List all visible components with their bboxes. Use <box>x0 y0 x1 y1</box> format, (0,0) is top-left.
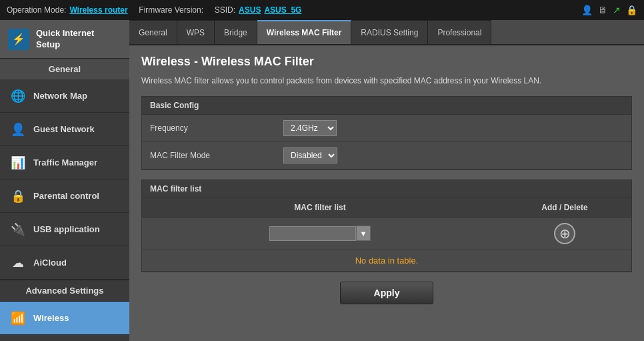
sidebar-item-network-map[interactable]: 🌐 Network Map <box>0 79 129 113</box>
guest-network-icon: 👤 <box>9 121 27 138</box>
tab-professional[interactable]: Professional <box>428 20 491 44</box>
network-map-icon: 🌐 <box>9 87 27 105</box>
mac-filter-list-col-header: MAC filter list <box>142 198 498 218</box>
add-delete-col-header: Add / Delete <box>498 198 631 218</box>
sidebar: ⚡ Quick InternetSetup General 🌐 Network … <box>0 20 129 341</box>
top-bar-left: Operation Mode: Wireless router Firmware… <box>7 5 301 15</box>
sidebar-label-traffic-manager: Traffic Manager <box>33 157 97 167</box>
usb-application-icon: 🔌 <box>9 221 27 238</box>
layout: ⚡ Quick InternetSetup General 🌐 Network … <box>0 20 644 341</box>
quick-internet-setup[interactable]: ⚡ Quick InternetSetup <box>0 20 129 59</box>
mac-filter-mode-row: MAC Filter Mode Disabled Accept Reject <box>142 141 631 169</box>
mac-filter-mode-label: MAC Filter Mode <box>142 141 275 169</box>
frequency-label: Frequency <box>142 115 275 142</box>
frequency-select[interactable]: 2.4GHz 5GHz <box>283 120 337 136</box>
ssid-label: SSID: <box>215 5 235 15</box>
tab-general[interactable]: General <box>129 20 177 44</box>
main-content: General WPS Bridge Wireless MAC Filter R… <box>129 20 644 341</box>
firmware-label: Firmware Version: <box>139 5 203 15</box>
sidebar-label-wireless: Wireless <box>33 313 69 323</box>
sidebar-item-aicloud[interactable]: ☁ AiCloud <box>0 246 129 280</box>
parental-control-icon: 🔒 <box>9 188 27 205</box>
traffic-manager-icon: 📊 <box>9 154 27 172</box>
tab-bar: General WPS Bridge Wireless MAC Filter R… <box>129 20 644 45</box>
sidebar-item-traffic-manager[interactable]: 📊 Traffic Manager <box>0 146 129 180</box>
basic-config-section: Basic Config Frequency 2.4GHz 5GHz MAC F… <box>141 96 632 170</box>
sidebar-item-parental-control[interactable]: 🔒 Parental control <box>0 180 129 213</box>
mac-filter-table-header-row: MAC filter list Add / Delete <box>142 198 631 218</box>
operation-mode-value[interactable]: Wireless router <box>69 5 127 15</box>
mac-filter-input-row: ▼ ⊕ <box>142 217 631 250</box>
mac-filter-table: MAC filter list Add / Delete ▼ <box>142 198 631 272</box>
frequency-row: Frequency 2.4GHz 5GHz <box>142 115 631 142</box>
mac-dropdown-button[interactable]: ▼ <box>356 226 371 241</box>
mac-filter-mode-select[interactable]: Disabled Accept Reject <box>283 147 337 163</box>
mac-address-input[interactable] <box>269 226 356 241</box>
sidebar-label-usb-application: USB application <box>33 224 100 234</box>
share-icon[interactable]: ↗ <box>613 5 621 15</box>
no-data-message: No data in table. <box>142 250 631 271</box>
sidebar-item-guest-network[interactable]: 👤 Guest Network <box>0 113 129 146</box>
page-description: Wireless MAC filter allows you to contro… <box>141 75 632 87</box>
advanced-settings-label: Advanced Settings <box>0 280 129 302</box>
user-icon[interactable]: 👤 <box>581 5 593 15</box>
mac-filter-list-header: MAC filter list <box>142 180 631 198</box>
tab-wireless-mac-filter[interactable]: Wireless MAC Filter <box>257 20 352 44</box>
sidebar-label-guest-network: Guest Network <box>33 124 95 134</box>
page-title: Wireless - Wireless MAC Filter <box>141 55 632 69</box>
logout-icon[interactable]: 🔒 <box>626 5 637 15</box>
tab-bridge[interactable]: Bridge <box>215 20 257 44</box>
basic-config-table: Frequency 2.4GHz 5GHz MAC Filter Mode <box>142 115 631 169</box>
operation-mode-label: Operation Mode: <box>7 5 66 15</box>
basic-config-header: Basic Config <box>142 97 631 115</box>
sidebar-label-aicloud: AiCloud <box>33 258 67 268</box>
monitor-icon[interactable]: 🖥 <box>598 5 607 15</box>
tab-radius-setting[interactable]: RADIUS Setting <box>351 20 428 44</box>
ssid-24[interactable]: ASUS <box>239 5 261 15</box>
tab-wps[interactable]: WPS <box>177 20 215 44</box>
aicloud-icon: ☁ <box>9 254 27 272</box>
mac-input-row: ▼ <box>150 226 490 241</box>
sidebar-item-usb-application[interactable]: 🔌 USB application <box>0 213 129 246</box>
general-section-label: General <box>0 59 129 79</box>
no-data-row: No data in table. <box>142 250 631 271</box>
quick-setup-label: Quick InternetSetup <box>36 28 94 51</box>
sidebar-item-wireless[interactable]: 📶 Wireless <box>0 302 129 335</box>
apply-button[interactable]: Apply <box>340 282 434 304</box>
top-bar-right: 👤 🖥 ↗ 🔒 <box>581 5 637 15</box>
wireless-icon: 📶 <box>9 310 27 327</box>
content-area: Wireless - Wireless MAC Filter Wireless … <box>129 45 644 341</box>
sidebar-label-network-map: Network Map <box>33 91 87 101</box>
mac-filter-list-section: MAC filter list MAC filter list Add / De… <box>141 180 632 272</box>
quick-setup-icon: ⚡ <box>8 29 29 50</box>
add-mac-button[interactable]: ⊕ <box>554 223 575 244</box>
top-bar: Operation Mode: Wireless router Firmware… <box>0 0 644 20</box>
sidebar-label-parental-control: Parental control <box>33 191 99 201</box>
ssid-5g[interactable]: ASUS_5G <box>264 5 301 15</box>
